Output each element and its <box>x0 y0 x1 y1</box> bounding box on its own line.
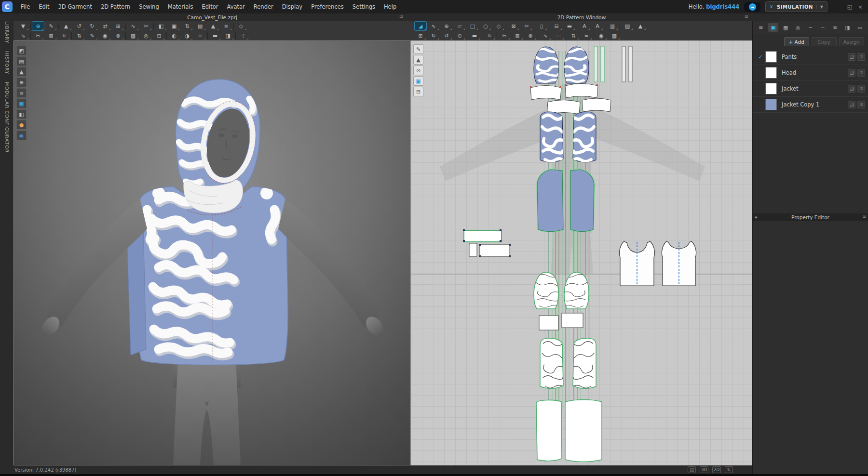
circle-tool-icon[interactable]: ○ <box>480 22 491 30</box>
environment-icon[interactable]: ◉ <box>16 131 27 140</box>
pattern-piece-vest-lining-left[interactable] <box>540 338 569 388</box>
arrange-garment-icon[interactable]: ▲ <box>60 22 72 30</box>
puckering-tab-icon[interactable]: ≋ <box>830 23 841 32</box>
add-to-library-icon[interactable]: ⊞ <box>857 85 865 93</box>
iron-2d-icon[interactable]: ▬ <box>469 31 480 40</box>
app-logo-icon[interactable]: C <box>2 1 13 12</box>
add-to-library-icon[interactable]: ⊞ <box>857 53 865 61</box>
clone-fabric-icon[interactable]: ❏ <box>848 101 855 108</box>
menu-item[interactable]: Display <box>278 0 307 13</box>
flower-2d-icon[interactable]: ⊗ <box>525 31 536 40</box>
fit-avatar-icon[interactable]: ▲ <box>207 22 219 30</box>
pattern-piece-hood-left[interactable] <box>534 47 565 83</box>
cut-sew-tool-icon[interactable]: ✂ <box>521 22 532 30</box>
add-fabric-button[interactable]: + Add <box>784 37 809 46</box>
fabric-on-icon[interactable]: ▣ <box>16 99 27 108</box>
piping-tab-icon[interactable]: ◨ <box>842 23 853 32</box>
segment-sew-icon[interactable]: ⊞ <box>415 31 426 40</box>
menu-item[interactable]: Help <box>380 0 401 13</box>
menu-item[interactable]: File <box>16 0 34 13</box>
sew-check-icon[interactable]: ≋ <box>484 31 495 40</box>
pattern-piece-block-back[interactable] <box>662 241 696 286</box>
walk-pose-icon[interactable]: ∿ <box>17 31 29 40</box>
add-to-library-icon[interactable]: ⊞ <box>857 69 865 77</box>
flower-tool-icon[interactable]: ⊗ <box>112 31 124 40</box>
dash-stitch-icon[interactable]: ⋯ <box>553 31 564 40</box>
show-hide-menu-icon[interactable]: ▼ <box>17 22 29 30</box>
stylus-tool-icon[interactable]: ◇ <box>235 22 247 30</box>
menu-item[interactable]: 2D Pattern <box>96 0 135 13</box>
add-to-library-icon[interactable]: ⊞ <box>857 101 865 108</box>
topstitch-tab-icon[interactable]: ─ <box>805 23 816 32</box>
username[interactable]: bigdris444 <box>706 3 739 10</box>
rectangle-tool-icon[interactable]: □ <box>467 22 478 30</box>
copy-fabric-button[interactable]: Copy <box>812 37 837 46</box>
select-lasso-tool-icon[interactable]: ✎ <box>45 22 57 30</box>
menu-item[interactable]: Edit <box>34 0 54 13</box>
detect-sew-icon[interactable]: ⊙ <box>454 31 465 40</box>
arrange-hat-icon[interactable]: ◩ <box>16 46 27 55</box>
fabric-display-icon[interactable]: ▣ <box>413 76 423 86</box>
button-tool-icon[interactable]: ◎ <box>140 31 152 40</box>
figure-tool-icon[interactable]: ▲ <box>635 22 646 30</box>
sewing-machine-icon[interactable]: ⊞ <box>112 22 124 30</box>
fabric-flat-icon[interactable]: ◧ <box>16 109 27 119</box>
clone-fabric-icon[interactable]: ❏ <box>848 53 855 61</box>
pattern-piece-bottom-right[interactable] <box>565 400 602 462</box>
grain-tool-icon[interactable]: ▦ <box>609 31 620 40</box>
flip-garment-icon[interactable]: ⇄ <box>99 22 111 30</box>
pattern-piece-block-front[interactable] <box>619 241 654 286</box>
3d-scene[interactable] <box>14 41 410 465</box>
annotate-tool-icon[interactable]: A <box>592 22 603 30</box>
rotate-garment-icon[interactable]: ↻ <box>86 22 98 30</box>
menu-item[interactable]: Avatar <box>222 0 249 13</box>
fabric-swatch[interactable] <box>765 51 777 63</box>
arrange-vest-icon[interactable]: ▤ <box>16 56 27 66</box>
tab-library[interactable]: LIBRARY <box>4 21 10 43</box>
3d-viewport[interactable]: ◩▤▲⊕≡▣◧●◉ <box>14 40 411 465</box>
pair-symmetric-icon[interactable]: ⇅ <box>181 22 193 30</box>
pattern-piece-vest-back-left[interactable] <box>537 170 563 232</box>
mn-sew-icon[interactable]: ↺ <box>441 31 452 40</box>
text-tool-icon[interactable]: A <box>579 22 590 30</box>
scissor-mesh-icon[interactable]: ✂ <box>32 31 44 40</box>
split-view-button[interactable]: ▯▯ <box>688 466 696 473</box>
mannequin-icon[interactable]: ≡ <box>16 88 27 98</box>
buttonhole-tool-icon[interactable]: ⊟ <box>153 31 165 40</box>
v-stitch-icon[interactable]: ⇅ <box>73 31 85 40</box>
needle-tool-icon[interactable]: ✎ <box>86 31 98 40</box>
menu-item[interactable]: Settings <box>348 0 380 13</box>
ruler-tool-icon[interactable]: ▬ <box>564 22 575 30</box>
inner-garment-icon[interactable]: ▤ <box>194 22 206 30</box>
brush-tool-icon[interactable]: ✂ <box>140 22 152 30</box>
garment-vest[interactable] <box>137 186 288 365</box>
fabric-list-item[interactable]: ✓ Pants ❏ ⊞ <box>753 49 868 65</box>
iron-tool-icon[interactable]: ◨ <box>222 31 234 40</box>
stitch-tab-icon[interactable]: ┄ <box>817 23 828 32</box>
crosshair-tool-icon[interactable]: ⊹ <box>237 31 249 40</box>
shade-tool-icon[interactable]: ◐ <box>168 31 180 40</box>
3d-window-popout-icon[interactable]: ⊡ <box>399 14 403 19</box>
pen-display-icon[interactable]: ✎ <box>413 44 423 54</box>
menu-item[interactable]: Materials <box>163 0 198 13</box>
grid-tool-icon[interactable]: ▦ <box>127 31 139 40</box>
trace-tool-icon[interactable]: ⊠ <box>508 22 519 30</box>
polygon-tool-icon[interactable]: ▱ <box>454 22 465 30</box>
button-tab-icon[interactable]: ◎ <box>793 23 803 32</box>
sync-view-button[interactable]: ↻ <box>725 466 733 473</box>
minimize-button[interactable]: − <box>835 4 843 10</box>
press-tool-icon[interactable]: ▬ <box>209 31 221 40</box>
menu-item[interactable]: Render <box>249 0 278 13</box>
pin-tool-icon[interactable]: ∿ <box>127 22 139 30</box>
fabric-swatch[interactable] <box>765 99 777 110</box>
fabric-list-item[interactable]: ✓ Jacket ❏ ⊞ <box>753 81 868 97</box>
pattern-piece-vest-back-right[interactable] <box>570 170 594 232</box>
assign-fabric-button[interactable]: Assign <box>839 37 864 46</box>
shirring-tool-icon[interactable]: ⇅ <box>568 31 579 40</box>
menu-item[interactable]: Preferences <box>307 0 348 13</box>
transform-pattern-tool-icon[interactable]: ◢ <box>415 22 426 30</box>
arrange-shirt-icon[interactable]: ▲ <box>16 67 27 77</box>
topstitch-tool-icon[interactable]: ∿ <box>540 31 551 40</box>
outer-garment-icon[interactable]: ▣ <box>168 22 180 30</box>
pattern-piece-hood-lining-left[interactable] <box>534 272 565 309</box>
